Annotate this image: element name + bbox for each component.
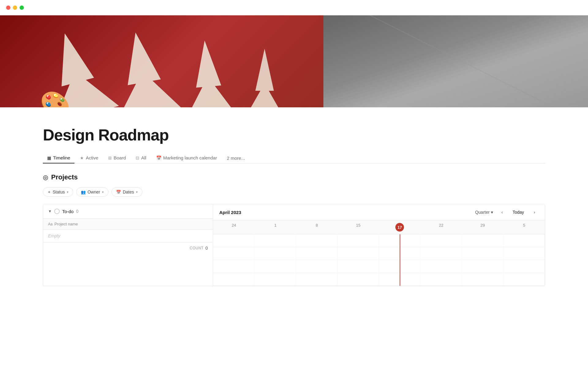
column-header: Aa Project name	[43, 219, 213, 230]
timeline-body	[213, 234, 545, 286]
timeline-row-2	[213, 247, 545, 260]
date-ruler: 24 1 8 15 17 22 29	[213, 220, 545, 234]
svg-marker-2	[177, 38, 239, 107]
today-button[interactable]: Today	[509, 209, 528, 216]
today-badge: 17	[395, 223, 404, 232]
filter-bar: ✦ Status ▾ 👥 Owner ▾ 📅 Dates ▾	[43, 187, 545, 197]
tabs-more[interactable]: 2 more...	[223, 153, 249, 163]
collapse-arrow-icon[interactable]: ▼	[48, 209, 52, 213]
date-cell-5: 5	[503, 220, 545, 234]
main-content: Design Roadmap ▦ Timeline ★ Active ⊞ Boa…	[0, 107, 588, 298]
window-controls	[6, 6, 24, 10]
minimize-button[interactable]	[13, 6, 17, 10]
tab-board[interactable]: ⊞ Board	[104, 153, 130, 163]
view-selector[interactable]: Quarter ▾	[473, 209, 495, 216]
section-header: ◎ Projects	[43, 173, 545, 181]
tab-active[interactable]: ★ Active	[76, 153, 103, 163]
group-count: 0	[76, 209, 78, 214]
section-title: Projects	[51, 173, 78, 181]
count-value: 0	[205, 246, 208, 251]
chevron-down-icon: ▾	[491, 210, 493, 215]
date-cell-8: 8	[296, 220, 337, 234]
today-line	[400, 234, 400, 286]
chevron-down-icon: ▾	[102, 190, 104, 194]
timeline-month: April 2023	[219, 210, 241, 215]
status-filter[interactable]: ✦ Status ▾	[43, 187, 73, 197]
close-button[interactable]	[6, 6, 10, 10]
timeline-header: April 2023 Quarter ▾ ‹ Today ›	[213, 204, 545, 220]
dates-icon: 📅	[116, 190, 121, 194]
timeline-container: ▼ To-do 0 Aa Project name Empty COUNT 0	[43, 204, 545, 286]
svg-line-4	[336, 15, 588, 107]
hero-banner: 🎨	[0, 15, 588, 107]
group-label: To-do	[62, 209, 74, 214]
all-icon: ⊟	[136, 155, 139, 160]
timeline-icon: ▦	[47, 155, 51, 160]
date-cell-1: 1	[254, 220, 296, 234]
date-cell-29: 29	[462, 220, 503, 234]
date-cell-24: 24	[213, 220, 254, 234]
page-icon: 🎨	[40, 92, 70, 107]
tabs-bar: ▦ Timeline ★ Active ⊞ Board ⊟ All 📅 Mark…	[43, 153, 545, 163]
banner-arrows	[0, 15, 588, 107]
timeline-row-4	[213, 273, 545, 286]
owner-icon: 👥	[81, 190, 86, 194]
board-icon: ⊞	[108, 155, 112, 160]
section-icon: ◎	[43, 174, 48, 181]
left-panel: ▼ To-do 0 Aa Project name Empty COUNT 0	[43, 204, 213, 286]
date-cell-17: 17	[379, 220, 420, 234]
text-icon: Aa	[48, 222, 53, 226]
star-icon: ★	[80, 155, 84, 160]
svg-marker-3	[243, 49, 285, 107]
calendar-icon: 📅	[156, 155, 161, 160]
group-header: ▼ To-do 0	[43, 204, 213, 219]
tab-timeline[interactable]: ▦ Timeline	[43, 153, 74, 163]
top-bar	[0, 0, 588, 15]
date-cell-22: 22	[420, 220, 462, 234]
owner-filter[interactable]: 👥 Owner ▾	[76, 187, 108, 197]
dates-filter[interactable]: 📅 Dates ▾	[111, 187, 142, 197]
page-title: Design Roadmap	[43, 126, 545, 144]
right-panel: April 2023 Quarter ▾ ‹ Today › 24 1	[213, 204, 545, 286]
timeline-row-3	[213, 260, 545, 273]
count-row: COUNT 0	[43, 242, 213, 254]
svg-marker-1	[102, 27, 183, 107]
empty-row: Empty	[43, 230, 213, 242]
date-cell-15: 15	[337, 220, 379, 234]
maximize-button[interactable]	[20, 6, 24, 10]
timeline-row-1	[213, 234, 545, 247]
tab-all[interactable]: ⊟ All	[131, 153, 151, 163]
tab-marketing[interactable]: 📅 Marketing launch calendar	[152, 153, 221, 163]
chevron-down-icon: ▾	[136, 190, 138, 194]
prev-button[interactable]: ‹	[498, 208, 507, 217]
group-status-icon	[54, 209, 60, 214]
status-icon: ✦	[47, 190, 51, 194]
next-button[interactable]: ›	[530, 208, 539, 217]
count-label: COUNT	[190, 246, 204, 250]
timeline-controls: Quarter ▾ ‹ Today ›	[473, 208, 539, 217]
chevron-down-icon: ▾	[67, 190, 69, 194]
